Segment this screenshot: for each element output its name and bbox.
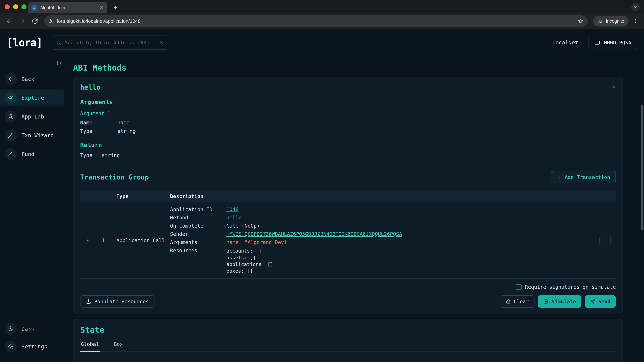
resources-applications: applications: []: [226, 261, 594, 268]
browser-tabstrip: a AlgoKit - lora: [0, 0, 644, 13]
app-body: Back Explore App Lab Txn Wizard: [0, 56, 644, 362]
reload-button[interactable]: [30, 16, 40, 26]
transaction-group-header: Transaction Group Add Transaction: [80, 171, 616, 183]
search-input[interactable]: [65, 40, 156, 45]
app-id-label: Application ID: [170, 206, 226, 212]
clear-label: Clear: [514, 299, 529, 305]
return-type-value: string: [102, 152, 120, 158]
add-transaction-button[interactable]: Add Transaction: [551, 171, 616, 183]
sidebar-item-fund[interactable]: Fund: [0, 146, 64, 163]
arguments-heading: Arguments: [80, 98, 616, 105]
column-header-description: Description: [170, 193, 594, 199]
minimize-window-button[interactable]: [13, 4, 18, 9]
require-signatures-checkbox[interactable]: [516, 284, 522, 290]
flask-icon: [5, 111, 17, 123]
close-window-button[interactable]: [5, 4, 10, 9]
txn-type: Application Call: [116, 238, 170, 243]
sidebar-item-theme-dark[interactable]: Dark: [0, 321, 64, 337]
argument-1-heading: Argument 1: [80, 110, 616, 116]
right-actions: Clear Simulate Send: [500, 295, 616, 308]
resources-boxes: boxes: []: [226, 268, 594, 274]
state-tabs: Global Box: [80, 341, 616, 352]
wallet-address-label: HMWD…PQSA: [604, 40, 631, 45]
drag-handle-icon[interactable]: [86, 238, 91, 244]
sidebar-item-label: App Lab: [22, 113, 44, 120]
back-button[interactable]: [4, 16, 15, 26]
tab-search-button[interactable]: [631, 3, 640, 11]
argument-type-value: string: [118, 128, 616, 134]
on-complete-label: On complete: [170, 223, 226, 229]
sidebar-item-app-lab[interactable]: App Lab: [0, 108, 64, 125]
simulate-icon: [543, 299, 548, 304]
page-scrollbar[interactable]: [641, 105, 643, 230]
tab-box[interactable]: Box: [113, 341, 124, 352]
browser-toolbar: lora.algokit.io/localnet/application/104…: [0, 13, 644, 29]
argument-name-value: name: [118, 120, 616, 125]
populate-resources-button[interactable]: Populate Resources: [80, 295, 154, 308]
sidebar: Back Explore App Lab Txn Wizard: [0, 56, 67, 362]
transaction-group-title: Transaction Group: [80, 173, 149, 181]
sidebar-item-label: Txn Wizard: [22, 132, 54, 139]
telescope-icon: [5, 92, 17, 104]
sidebar-item-txn-wizard[interactable]: Txn Wizard: [0, 127, 64, 144]
forward-button[interactable]: [17, 16, 28, 26]
browser-tab[interactable]: a AlgoKit - lora: [28, 2, 107, 13]
resources-assets: assets: []: [226, 254, 594, 261]
sidebar-item-label: Fund: [22, 151, 34, 157]
app-id-link[interactable]: 1048: [226, 206, 594, 212]
argument-name-label: Name: [80, 120, 118, 125]
sidebar-item-explore[interactable]: Explore: [0, 89, 64, 106]
search-clear-icon[interactable]: [159, 40, 164, 45]
wallet-icon: [594, 39, 600, 45]
global-search[interactable]: [52, 35, 168, 50]
tab-favicon-icon: a: [32, 5, 37, 10]
tab-global[interactable]: Global: [80, 341, 100, 352]
method-value: hello: [226, 215, 594, 221]
method-card-header: hello: [80, 83, 616, 91]
lora-logo[interactable]: [lora]: [7, 36, 42, 49]
txn-table-header: Type Description: [80, 190, 616, 202]
sender-label: Sender: [170, 231, 226, 237]
tab-close-icon[interactable]: [99, 5, 104, 10]
sidebar-collapse-icon[interactable]: [56, 60, 63, 66]
sidebar-item-label: Dark: [22, 326, 34, 332]
sidebar-item-label: Settings: [22, 344, 47, 350]
download-icon: [86, 299, 91, 304]
txn-description: Application ID 1048 Method hello On comp…: [170, 206, 594, 274]
state-title: State: [80, 325, 616, 335]
clear-button[interactable]: Clear: [500, 295, 534, 308]
main-content: ABI Methods hello Arguments Argument 1 N…: [67, 56, 644, 362]
send-button[interactable]: Send: [585, 295, 616, 308]
incognito-badge: Incognito: [593, 16, 628, 26]
sidebar-footer: Dark Settings: [0, 320, 67, 362]
browser-menu-button[interactable]: [630, 17, 640, 25]
page-title: ABI Methods: [73, 63, 623, 72]
resources-value: accounts: [] assets: [] applications: []…: [226, 248, 594, 274]
arguments-label: Arguments: [170, 239, 226, 245]
method-name: hello: [80, 83, 100, 91]
wallet-button[interactable]: HMWD…PQSA: [588, 36, 637, 49]
eraser-icon: [505, 299, 511, 304]
new-tab-button[interactable]: [111, 3, 120, 12]
site-settings-icon[interactable]: [48, 18, 54, 24]
network-label[interactable]: LocalNet: [552, 39, 578, 46]
txn-index: 1: [96, 238, 105, 243]
resources-accounts: accounts: []: [226, 248, 594, 254]
sender-link[interactable]: HMWDSHQCOPD2T36WBAHLAZ6PO5GDJJZBN4D2TODK…: [226, 231, 594, 237]
txn-actions-row: Populate Resources Clear: [80, 295, 616, 308]
sidebar-item-settings[interactable]: Settings: [0, 338, 64, 355]
collapse-method-chevron-icon[interactable]: [610, 85, 616, 90]
address-bar[interactable]: lora.algokit.io/localnet/application/104…: [44, 15, 588, 27]
row-menu-button[interactable]: [600, 235, 611, 246]
txn-table-row[interactable]: 1 Application Call Application ID 1048 M…: [80, 202, 616, 279]
sidebar-item-back[interactable]: Back: [0, 71, 64, 87]
on-complete-value: Call (NoOp): [226, 223, 594, 229]
simulate-button[interactable]: Simulate: [538, 295, 581, 308]
sidebar-item-label: Back: [22, 76, 34, 82]
screen: a AlgoKit - lora lora.algokit.io/localne: [0, 0, 644, 362]
zoom-window-button[interactable]: [22, 4, 26, 9]
bookmark-star-icon[interactable]: [578, 18, 584, 24]
state-card: State Global Box: [73, 319, 623, 362]
url-text[interactable]: lora.algokit.io/localnet/application/104…: [57, 18, 574, 24]
arguments-value: name: "Algorand Dev!": [226, 239, 594, 245]
